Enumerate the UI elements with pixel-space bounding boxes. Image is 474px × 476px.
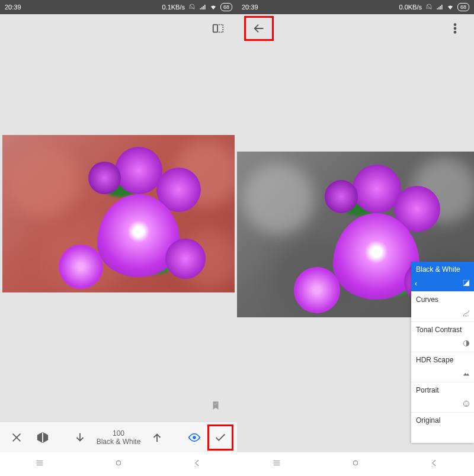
net-speed: 0.0KB/s	[399, 4, 422, 11]
app-bar	[237, 14, 474, 43]
effect-label: Black & White	[416, 265, 460, 274]
status-time: 20:39	[242, 4, 258, 11]
check-icon[interactable]	[207, 424, 233, 451]
nav-back-icon[interactable]	[193, 458, 202, 470]
wifi-icon	[210, 4, 217, 11]
dnd-icon	[425, 4, 433, 11]
svg-point-1	[193, 436, 196, 439]
svg-point-3	[454, 24, 456, 25]
left-screenshot: 20:39 0.1KB/s 68	[0, 0, 237, 476]
effect-label: Portrait	[416, 386, 439, 394]
effect-label: Tonal Contrast	[416, 326, 462, 334]
close-icon[interactable]	[4, 424, 30, 451]
arrow-down-icon[interactable]	[67, 424, 93, 451]
nav-recent-icon[interactable]	[272, 458, 281, 470]
bw-icon	[462, 279, 470, 289]
android-nav-bar	[0, 452, 237, 476]
status-time: 20:39	[5, 4, 21, 11]
right-screenshot: 20:39 0.0KB/s 68	[237, 0, 474, 476]
nav-home-icon[interactable]	[114, 458, 123, 470]
hdr-icon	[462, 369, 470, 379]
effects-menu: Black & White ‹ Curves Tonal Contrast HD…	[411, 262, 474, 443]
svg-rect-11	[354, 461, 358, 465]
effect-value-label: 100 Black & White	[97, 429, 141, 446]
effect-item-curves[interactable]: Curves	[411, 292, 474, 322]
portrait-icon	[462, 400, 470, 410]
effect-item-portrait[interactable]: Portrait	[411, 382, 474, 413]
signal-icon	[436, 4, 443, 11]
effect-item-black-white[interactable]: Black & White ‹	[411, 262, 474, 292]
android-nav-bar	[237, 452, 474, 476]
svg-rect-0	[213, 25, 217, 33]
arrow-up-icon[interactable]	[144, 424, 170, 451]
chevron-left-icon: ‹	[415, 279, 417, 288]
effect-label: Original	[416, 416, 440, 424]
photo-preview-masked[interactable]	[2, 135, 235, 292]
effect-label: Curves	[416, 295, 438, 304]
svg-point-4	[454, 28, 456, 30]
back-arrow-icon[interactable]	[244, 16, 274, 41]
battery-indicator: 68	[457, 3, 469, 11]
bookmark-icon[interactable]	[210, 400, 221, 413]
wifi-icon	[447, 4, 454, 11]
visibility-icon[interactable]	[181, 424, 207, 451]
effect-item-original[interactable]: Original	[411, 413, 474, 443]
svg-rect-2	[117, 461, 121, 465]
effect-item-hdr-scape[interactable]: HDR Scape	[411, 352, 474, 382]
mask-layer-icon[interactable]	[30, 424, 56, 451]
svg-point-5	[454, 31, 456, 33]
svg-point-9	[465, 403, 466, 403]
battery-indicator: 68	[220, 3, 232, 11]
net-speed: 0.1KB/s	[162, 4, 185, 11]
status-bar: 20:39 0.0KB/s 68	[237, 0, 474, 14]
svg-point-8	[463, 401, 469, 406]
contrast-icon	[462, 339, 470, 349]
curves-icon	[462, 309, 470, 319]
effect-item-tonal-contrast[interactable]: Tonal Contrast	[411, 322, 474, 352]
svg-point-10	[467, 403, 467, 403]
status-indicators: 0.1KB/s 68	[162, 3, 232, 11]
app-bar	[0, 14, 237, 43]
status-indicators: 0.0KB/s 68	[399, 3, 469, 11]
nav-back-icon[interactable]	[430, 458, 439, 470]
status-bar: 20:39 0.1KB/s 68	[0, 0, 237, 14]
compare-icon[interactable]	[206, 17, 230, 40]
nav-home-icon[interactable]	[351, 458, 360, 470]
edit-toolbar: 100 Black & White	[0, 422, 237, 452]
effect-label: HDR Scape	[416, 356, 453, 364]
nav-recent-icon[interactable]	[35, 458, 44, 470]
dnd-icon	[188, 4, 196, 11]
signal-icon	[199, 4, 206, 11]
overflow-menu-icon[interactable]	[443, 17, 467, 40]
